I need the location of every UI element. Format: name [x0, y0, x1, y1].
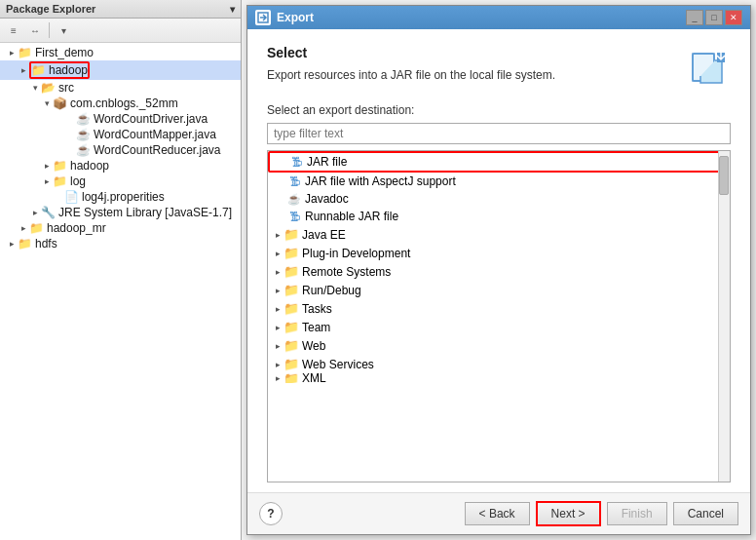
tree-label: log4j.properities: [82, 190, 165, 204]
folder-arrow: ▸: [272, 322, 284, 333]
export-item-java-ee[interactable]: ▸ 📁 Java EE: [268, 225, 730, 244]
panel-menu-icon[interactable]: ▾: [230, 4, 235, 15]
export-item-label: Web Services: [302, 358, 374, 371]
help-button[interactable]: ?: [259, 502, 283, 525]
cancel-button[interactable]: Cancel: [673, 502, 738, 525]
tree-label: hadoop: [70, 159, 109, 173]
library-icon: 🔧: [41, 206, 56, 219]
export-item-label: Javadoc: [305, 192, 349, 206]
tree-item-hadoop-mr[interactable]: ▸ 📁 hadoop_mr: [0, 220, 241, 236]
tree-arrow: [64, 113, 76, 125]
export-item-tasks[interactable]: ▸ 📁 Tasks: [268, 299, 730, 318]
close-button[interactable]: ✕: [725, 10, 742, 25]
dialog-icon: [255, 10, 271, 25]
folder-arrow: ▸: [272, 266, 284, 278]
export-icon: [684, 45, 731, 92]
export-item-web-services[interactable]: ▸ 📁 Web Services: [268, 355, 730, 373]
tree-item-driver[interactable]: ☕ WordCountDriver.java: [0, 111, 241, 127]
export-tree-list: 🗜 JAR file 🗜 JAR file with AspectJ suppo…: [267, 150, 731, 482]
export-item-label: Remote Systems: [302, 265, 391, 279]
export-item-label: JAR file: [307, 155, 347, 169]
collapse-all-button[interactable]: ≡: [4, 20, 23, 40]
export-item-remote-systems[interactable]: ▸ 📁 Remote Systems: [268, 262, 730, 281]
tree-item-mapper[interactable]: ☕ WordCountMapper.java: [0, 127, 241, 142]
tree-item-reducer[interactable]: ☕ WordCountReducer.java: [0, 142, 241, 158]
export-item-runnable-jar[interactable]: 🗜 Runnable JAR file: [268, 208, 730, 225]
folder-icon: 📁: [53, 174, 67, 188]
export-item-web[interactable]: ▸ 📁 Web: [268, 336, 730, 355]
tree-item-hdfs[interactable]: ▸ 📁 hdfs: [0, 236, 241, 251]
finish-button[interactable]: Finish: [607, 502, 667, 525]
folder-arrow: ▸: [272, 303, 284, 315]
tree-arrow: ▾: [41, 97, 53, 109]
tree-item-hadoop-folder[interactable]: ▸ 📁 hadoop: [0, 158, 241, 174]
tree-item-first-demo[interactable]: ▸ 📁 First_demo: [0, 45, 241, 60]
panel-title: Package Explorer: [6, 3, 95, 15]
folder-icon: 📁: [284, 283, 299, 297]
tree-item-jre[interactable]: ▸ 🔧 JRE System Library [JavaSE-1.7]: [0, 205, 241, 220]
package-explorer-panel: Package Explorer ▾ ≡ ↔ ▾ ▸ 📁 First_demo …: [0, 0, 242, 540]
tree-label: com.cnblogs._52mm: [70, 96, 178, 110]
scrollbar-thumb[interactable]: [719, 156, 729, 195]
tree-label: src: [58, 81, 74, 95]
export-item-label: Tasks: [302, 302, 332, 316]
tree-item-log4j[interactable]: 📄 log4j.properities: [0, 189, 241, 205]
filter-input[interactable]: [267, 123, 731, 144]
back-button[interactable]: < Back: [465, 502, 530, 525]
folder-icon: 📁: [284, 301, 299, 316]
tree-label: hdfs: [35, 237, 57, 251]
project-icon: 📁: [18, 237, 32, 251]
export-item-xml[interactable]: ▸ 📁 XML: [268, 373, 730, 383]
export-item-jar-file[interactable]: 🗜 JAR file: [268, 151, 730, 173]
minimize-button[interactable]: _: [686, 10, 703, 25]
section-header: Select Export resources into a JAR file …: [267, 45, 731, 92]
folder-arrow: ▸: [272, 359, 284, 370]
export-item-run-debug[interactable]: ▸ 📁 Run/Debug: [268, 281, 730, 299]
scrollbar-track: [718, 151, 730, 482]
tree-item-log-folder[interactable]: ▸ 📁 log: [0, 174, 241, 189]
view-menu-button[interactable]: ▾: [54, 20, 73, 40]
tree-item-hadoop[interactable]: ▸ 📁 hadoop: [0, 60, 241, 80]
link-editor-button[interactable]: ↔: [25, 20, 45, 40]
tree-arrow: ▸: [6, 47, 18, 58]
jar-icon: 🗜: [289, 155, 303, 169]
tree-arrow: ▾: [29, 82, 41, 94]
finish-label: Finish: [622, 507, 653, 521]
export-item-label: Runnable JAR file: [305, 210, 398, 223]
tree-arrow: ▸: [41, 160, 53, 172]
panel-toolbar: ≡ ↔ ▾: [0, 19, 241, 43]
tree-arrow: ▸: [18, 222, 29, 234]
export-item-team[interactable]: ▸ 📁 Team: [268, 318, 730, 336]
export-item-javadoc[interactable]: ☕ Javadoc: [268, 190, 730, 208]
next-label: Next >: [551, 507, 586, 521]
folder-icon: 📁: [284, 373, 299, 383]
panel-header: Package Explorer ▾: [0, 0, 241, 19]
runnable-jar-icon: 🗜: [287, 210, 301, 223]
project-icon: 📁: [31, 63, 46, 77]
next-button[interactable]: Next >: [536, 501, 601, 526]
tree-arrow: [64, 144, 76, 156]
export-item-label: Run/Debug: [302, 284, 361, 297]
tree-label: WordCountReducer.java: [94, 143, 221, 157]
javadoc-icon: ☕: [287, 192, 301, 206]
dialog-controls: _ □ ✕: [686, 10, 742, 25]
folder-arrow: ▸: [272, 373, 284, 383]
export-item-label: XML: [302, 373, 326, 383]
export-item-plugin-dev[interactable]: ▸ 📁 Plug-in Development: [268, 244, 730, 262]
file-icon: 📄: [64, 190, 79, 204]
folder-icon: 📁: [284, 246, 299, 260]
help-icon: ?: [267, 507, 274, 521]
export-item-label: Plug-in Development: [302, 247, 410, 260]
section-description: Export resources into a JAR file on the …: [267, 68, 555, 82]
dialog-footer: ? < Back Next > Finish Cancel: [247, 492, 750, 534]
folder-icon: 📁: [284, 227, 299, 242]
maximize-button[interactable]: □: [705, 10, 723, 25]
export-item-label: Web: [302, 339, 325, 353]
toolbar-separator: [49, 22, 50, 38]
tree-arrow: ▸: [6, 238, 18, 250]
tree-item-src[interactable]: ▾ 📂 src: [0, 80, 241, 96]
export-item-label: JAR file with AspectJ support: [305, 174, 456, 188]
tree-item-package[interactable]: ▾ 📦 com.cnblogs._52mm: [0, 96, 241, 111]
folder-icon: 📁: [284, 338, 299, 353]
export-item-jar-aspectj[interactable]: 🗜 JAR file with AspectJ support: [268, 173, 730, 190]
